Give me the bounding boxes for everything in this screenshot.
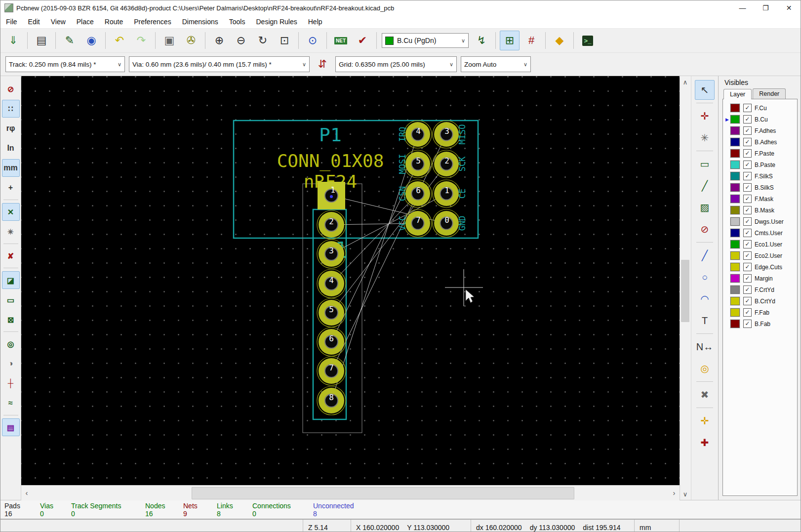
layer-visible-checkbox[interactable]: ✓: [743, 229, 752, 237]
horizontal-scroll-thumb[interactable]: [192, 487, 574, 499]
layer-visible-checkbox[interactable]: ✓: [743, 126, 752, 135]
via-sketch-toggle[interactable]: ◎: [2, 335, 20, 353]
layer-row-eco2user[interactable]: ✓Eco2.User: [723, 250, 797, 261]
horizontal-scrollbar[interactable]: ‹ ›: [21, 485, 680, 500]
footprint-browser-button[interactable]: ◉: [81, 31, 101, 50]
scripting-console-button[interactable]: >_: [578, 31, 598, 50]
layer-row-bmask[interactable]: ✓B.Mask: [723, 205, 797, 216]
pad[interactable]: 3: [317, 240, 346, 268]
pad[interactable]: 4 IRQ: [398, 121, 432, 148]
vertical-scrollbar[interactable]: ∧ ∨: [680, 76, 691, 500]
layer-visible-checkbox[interactable]: ✓: [743, 161, 752, 169]
high-contrast-toggle[interactable]: ◑: [2, 355, 20, 372]
layer-color-swatch[interactable]: [730, 183, 740, 192]
redo-button[interactable]: ↷: [131, 31, 151, 50]
pcb-canvas[interactable]: P1 CONN_01X08 nRF24 1: [21, 76, 680, 485]
select-tool-button[interactable]: ↖: [695, 80, 715, 100]
drc-button[interactable]: ✔: [353, 31, 372, 50]
add-text-button[interactable]: T: [695, 311, 715, 330]
pad[interactable]: 7: [317, 357, 346, 385]
layer-color-swatch[interactable]: [730, 286, 740, 294]
minimize-button[interactable]: —: [731, 0, 754, 15]
layer-color-swatch[interactable]: [730, 195, 740, 203]
layer-visible-checkbox[interactable]: ✓: [743, 183, 752, 192]
layer-visible-checkbox[interactable]: ✓: [743, 217, 752, 226]
add-dimension-button[interactable]: N↔: [695, 337, 715, 357]
scroll-right-button[interactable]: ›: [669, 486, 680, 500]
find-button[interactable]: ⊙: [303, 31, 322, 50]
add-graphic-circle-button[interactable]: ○: [695, 267, 715, 287]
zone-fill-mode-button[interactable]: ◪: [2, 271, 20, 289]
layer-row-fsilks[interactable]: ✓F.SilkS: [723, 170, 797, 182]
page-settings-button[interactable]: ▤: [32, 31, 51, 50]
layer-color-swatch[interactable]: [730, 320, 740, 328]
pad[interactable]: 2 SCK: [433, 150, 467, 178]
print-button[interactable]: ▣: [160, 31, 179, 50]
save-button[interactable]: ⇓: [3, 31, 23, 50]
grid-visibility-toggle[interactable]: ∷: [2, 100, 20, 118]
layer-row-fcrtyd[interactable]: ✓F.CrtYd: [723, 284, 797, 295]
polar-coords-toggle[interactable]: rφ: [2, 120, 20, 137]
tab-layer[interactable]: Layer: [723, 89, 752, 99]
via-size-select[interactable]: Via: 0.60 mm (23.6 mils)/ 0.40 mm (15.7 …: [129, 56, 310, 72]
read-netlist-button[interactable]: NET: [331, 31, 351, 50]
layer-visible-checkbox[interactable]: ✓: [743, 274, 752, 283]
layer-color-swatch[interactable]: [730, 138, 740, 146]
layer-row-fpaste[interactable]: ✓F.Paste: [723, 148, 797, 159]
layer-color-swatch[interactable]: [730, 308, 740, 317]
pad[interactable]: 1 CE: [433, 180, 467, 207]
layer-row-badhes[interactable]: ✓B.Adhes: [723, 136, 797, 148]
layer-visible-checkbox[interactable]: ✓: [743, 240, 752, 248]
footprint-mode-button[interactable]: ⊞: [500, 31, 520, 50]
scroll-down-button[interactable]: ∨: [680, 489, 690, 499]
menu-file[interactable]: File: [0, 15, 23, 28]
layer-row-cmtsuser[interactable]: ✓Cmts.User: [723, 227, 797, 239]
track-sketch-toggle[interactable]: ≈: [2, 394, 20, 412]
layer-visible-checkbox[interactable]: ✓: [743, 172, 752, 180]
pad[interactable]: 8: [317, 386, 346, 415]
layer-visible-checkbox[interactable]: ✓: [743, 251, 752, 260]
auto-track-delete-toggle[interactable]: ✘: [2, 247, 20, 265]
maximize-button[interactable]: ❐: [754, 0, 777, 15]
auto-width-toggle[interactable]: ⇵: [313, 54, 332, 74]
add-track-button[interactable]: ╱: [695, 176, 715, 196]
add-graphic-line-button[interactable]: ╱: [695, 246, 715, 265]
plot-button[interactable]: ✇: [181, 31, 201, 50]
menu-view[interactable]: View: [45, 15, 71, 28]
layer-row-bcrtyd[interactable]: ✓B.CrtYd: [723, 295, 797, 307]
layer-color-swatch[interactable]: [730, 240, 740, 248]
zone-nofill-mode-button[interactable]: ⊠: [2, 311, 20, 328]
cursor-shape-toggle[interactable]: +: [2, 179, 20, 197]
layer-row-fadhes[interactable]: ✓F.Adhes: [723, 125, 797, 136]
layer-color-swatch[interactable]: [730, 126, 740, 135]
pad[interactable]: 3 MISO: [433, 121, 467, 148]
reference-text[interactable]: P1: [319, 124, 342, 146]
vertical-scroll-thumb[interactable]: [681, 260, 689, 322]
layer-color-swatch[interactable]: [730, 217, 740, 226]
layer-row-bfab[interactable]: ✓B.Fab: [723, 318, 797, 329]
menu-help[interactable]: Help: [303, 15, 328, 28]
drc-off-toggle[interactable]: ⊘: [2, 80, 20, 98]
zone-outline-mode-button[interactable]: ▭: [2, 291, 20, 309]
pad[interactable]: 4: [317, 269, 346, 298]
ratsnest-toggle[interactable]: ✕: [2, 203, 20, 221]
layer-visible-checkbox[interactable]: ✓: [743, 149, 752, 158]
add-target-button[interactable]: ◎: [695, 359, 715, 378]
grid-origin-button[interactable]: ✚: [695, 433, 715, 452]
pad[interactable]: 0 GND: [433, 209, 467, 237]
layer-row-eco1user[interactable]: ✓Eco1.User: [723, 239, 797, 250]
layer-color-swatch[interactable]: [730, 104, 740, 112]
layer-color-swatch[interactable]: [730, 274, 740, 283]
layer-row-bpaste[interactable]: ✓B.Paste: [723, 159, 797, 170]
highlight-net-button[interactable]: ✛: [695, 106, 715, 126]
pad-sketch-toggle[interactable]: ┼: [2, 374, 20, 392]
menu-tools[interactable]: Tools: [224, 15, 251, 28]
layer-color-swatch[interactable]: [730, 229, 740, 237]
add-graphic-arc-button[interactable]: ◠: [695, 289, 715, 309]
pad[interactable]: 5 MOSI: [398, 150, 432, 178]
scroll-up-button[interactable]: ∧: [680, 77, 690, 87]
scroll-left-button[interactable]: ‹: [21, 486, 32, 500]
layer-visible-checkbox[interactable]: ✓: [743, 297, 752, 305]
delete-tool-button[interactable]: ✖: [695, 385, 715, 405]
layer-color-swatch[interactable]: [730, 161, 740, 169]
